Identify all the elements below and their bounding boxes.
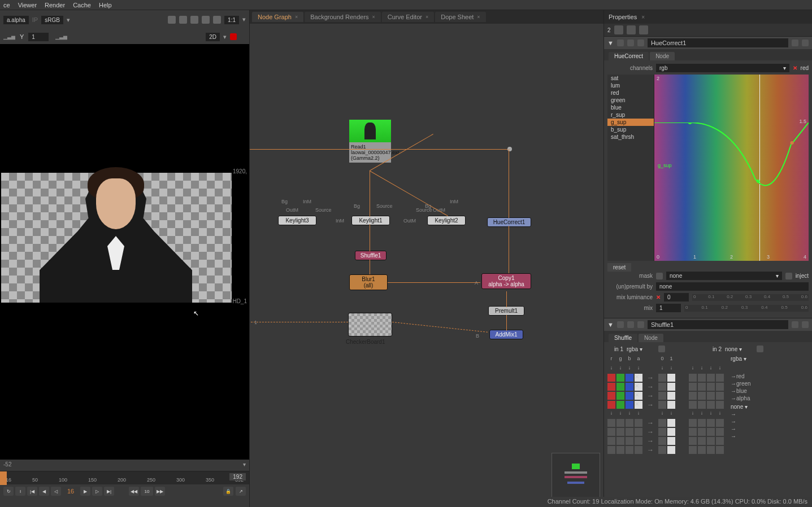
- close-icon[interactable]: ×: [372, 14, 375, 20]
- current-frame[interactable]: 16: [63, 488, 79, 495]
- max-icon[interactable]: [792, 321, 798, 328]
- target-icon[interactable]: [617, 40, 624, 46]
- skip-fwd-icon[interactable]: ▶▶: [155, 487, 165, 496]
- mask-toggle-icon[interactable]: [656, 273, 663, 279]
- node-keylight3[interactable]: Keylight3: [278, 216, 316, 225]
- unpremult-dropdown[interactable]: none: [656, 282, 809, 291]
- node-shuffle1[interactable]: Shuffle1: [355, 251, 387, 260]
- node-copy1[interactable]: Copy1 alpha -> alpha: [481, 273, 531, 289]
- link-icon[interactable]: [757, 346, 763, 352]
- gamma-icon[interactable]: [202, 16, 210, 24]
- close-icon[interactable]: ×: [295, 14, 298, 20]
- refresh-icon[interactable]: [190, 16, 198, 24]
- tab-node[interactable]: Node: [650, 52, 675, 60]
- shuffle-grid-01[interactable]: 0↓↓ 1↓↓: [658, 356, 675, 454]
- link-icon[interactable]: [785, 273, 792, 279]
- redo-icon[interactable]: [637, 40, 644, 46]
- zoom-dropdown[interactable]: 1:1: [224, 16, 239, 24]
- lock-icon[interactable]: 🔒: [223, 487, 233, 496]
- tab-curve-editor[interactable]: Curve Editor×: [382, 12, 434, 22]
- tab-node[interactable]: Node: [639, 334, 663, 342]
- prev-key-icon[interactable]: ◁: [51, 487, 61, 496]
- curve-item-sat[interactable]: sat: [607, 75, 654, 82]
- mixlum-field[interactable]: 0: [664, 293, 689, 301]
- close-icon[interactable]: ×: [425, 14, 428, 20]
- tab-node-graph[interactable]: Node Graph×: [252, 12, 303, 22]
- trash-icon[interactable]: [627, 25, 636, 34]
- close-icon[interactable]: ×: [477, 14, 480, 20]
- tab-shuffle[interactable]: Shuffle: [609, 334, 637, 342]
- in1-dropdown[interactable]: rgba ▾: [627, 346, 655, 352]
- close-icon[interactable]: [802, 40, 809, 46]
- node-keylight2[interactable]: Keylight2: [427, 216, 466, 225]
- clear-icon[interactable]: ✕: [656, 294, 661, 300]
- curve-item-bsup[interactable]: b_sup: [607, 126, 654, 133]
- curve-item-blue[interactable]: blue: [607, 104, 654, 111]
- sync-icon[interactable]: ↻: [3, 487, 14, 496]
- y-value[interactable]: 1: [28, 33, 49, 41]
- time-slider[interactable]: 16 50 100 150 200 250 300 350 392 192: [0, 471, 249, 484]
- curve-list[interactable]: sat lum red green blue r_sup g_sup b_sup…: [607, 75, 654, 261]
- redo-icon[interactable]: [637, 321, 644, 328]
- menu-render[interactable]: Render: [45, 2, 65, 8]
- viewer-canvas[interactable]: 1920, HD_1 ↖: [0, 44, 249, 460]
- pen-icon[interactable]: [230, 33, 237, 40]
- channel-dropdown[interactable]: a.alpha: [3, 16, 29, 24]
- channels-dropdown[interactable]: rgb▾: [656, 64, 789, 72]
- lock-icon[interactable]: [614, 25, 623, 34]
- tab-bg-renders[interactable]: Background Renders×: [305, 12, 381, 22]
- shuffle-grid-in2[interactable]: ↓↓ ↓↓ ↓↓ ↓↓: [689, 356, 724, 454]
- undo-icon[interactable]: [627, 40, 634, 46]
- max-icon[interactable]: [792, 40, 798, 46]
- curve-item-rsup[interactable]: r_sup: [607, 111, 654, 119]
- curve-item-red[interactable]: red: [607, 89, 654, 97]
- node-blur1[interactable]: Blur1 (all): [349, 274, 388, 290]
- curve-item-lum[interactable]: lum: [607, 82, 654, 89]
- out2-dropdown[interactable]: none ▾: [731, 404, 770, 410]
- skip-back-icon[interactable]: ◀◀: [129, 487, 139, 496]
- wipe-icon[interactable]: [168, 16, 176, 24]
- goto-end-icon[interactable]: ▶|: [104, 487, 114, 496]
- reset-button[interactable]: reset: [607, 263, 631, 272]
- colorspace-dropdown[interactable]: sRGB: [41, 16, 63, 24]
- step-back-icon[interactable]: ◀: [39, 487, 49, 496]
- goto-start-icon[interactable]: |◀: [27, 487, 37, 496]
- node-navigator[interactable]: [552, 453, 600, 504]
- pause-icon[interactable]: [213, 16, 221, 24]
- node-addmix1[interactable]: AddMix1: [489, 330, 523, 339]
- undo-icon[interactable]: [627, 321, 634, 328]
- clear-icon[interactable]: ✕: [793, 65, 797, 71]
- curve-plot[interactable]: 2 1.5 g_sup: [654, 75, 809, 261]
- playhead[interactable]: [0, 471, 7, 485]
- curve-item-satthrsh[interactable]: sat_thrsh: [607, 133, 654, 141]
- mixlum-slider[interactable]: 00.1 0.20.3 0.40.5 0.6: [692, 294, 809, 301]
- node-premult1[interactable]: Premult1: [488, 306, 524, 316]
- panel-title-huecorrect[interactable]: ▼ HueCorrect1: [604, 37, 812, 49]
- in-point-icon[interactable]: I: [15, 487, 25, 496]
- mix-field[interactable]: 1: [656, 304, 681, 312]
- mask-dropdown[interactable]: none▾: [666, 272, 782, 280]
- node-read1[interactable]: Read1 laowai_00000047.exr (Gamma2.2): [349, 120, 391, 163]
- curve-item-gsup[interactable]: g_sup: [607, 119, 654, 126]
- 2d-dropdown[interactable]: 2D: [206, 33, 220, 41]
- play-icon[interactable]: ▶: [80, 487, 90, 496]
- end-frame-field[interactable]: 192: [229, 473, 246, 480]
- menu-help[interactable]: Help: [99, 2, 112, 8]
- menu-viewer[interactable]: Viewer: [18, 2, 37, 8]
- list-icon[interactable]: [179, 16, 187, 24]
- in2-dropdown[interactable]: none ▾: [725, 346, 753, 352]
- menu-cache[interactable]: Cache: [73, 2, 91, 8]
- target-icon[interactable]: [617, 321, 624, 328]
- node-keylight1[interactable]: Keylight1: [351, 216, 390, 225]
- curve-item-green[interactable]: green: [607, 97, 654, 104]
- close-icon[interactable]: ×: [641, 14, 645, 20]
- out-icon[interactable]: ↗: [236, 487, 246, 496]
- pen-icon[interactable]: [639, 25, 648, 34]
- cache-frames[interactable]: 10: [141, 487, 153, 496]
- step-fwd-icon[interactable]: ▷: [92, 487, 102, 496]
- close-icon[interactable]: [802, 321, 809, 328]
- shuffle-grid-in1[interactable]: r↓↓ g↓↓ b↓↓ a↓✕✕✕✕↓: [607, 356, 642, 454]
- node-huecorrect1[interactable]: HueCorrect1: [487, 217, 531, 227]
- menu-project[interactable]: ce: [3, 2, 10, 8]
- tab-dope-sheet[interactable]: Dope Sheet×: [435, 12, 485, 22]
